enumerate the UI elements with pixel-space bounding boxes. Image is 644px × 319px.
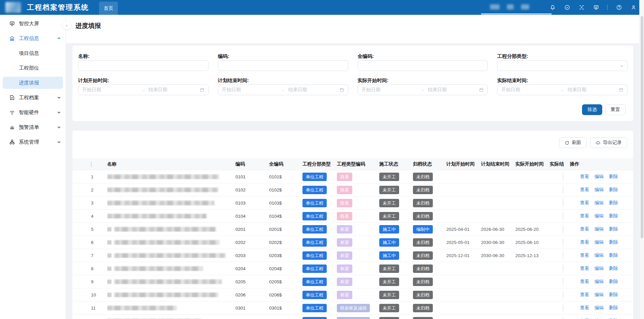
status-badge: 桥梁 — [337, 264, 352, 273]
row-index: 3 — [91, 201, 107, 206]
refresh-button[interactable]: 刷新 — [559, 137, 587, 148]
scrollbar-thumb[interactable] — [641, 16, 643, 238]
row-archive-badge: 未归档 — [413, 317, 446, 319]
status-badge: 单位工程 — [302, 251, 327, 260]
status-badge: 未归档 — [413, 212, 433, 220]
reset-button[interactable]: 重置 — [605, 104, 625, 115]
row-action-delete[interactable]: 删除 — [609, 213, 618, 219]
row-action-view[interactable]: 查看 — [580, 174, 589, 180]
plan-start-daterange[interactable]: 开始日期 → 结束日期 — [78, 84, 208, 95]
sidebar: 智控大屏 工程信息 项目信息 工程部位 进度填报 工程档案 — [0, 15, 66, 319]
bell-icon[interactable] — [549, 4, 556, 11]
row-action-edit[interactable]: 编辑 — [594, 239, 604, 245]
refresh-icon — [565, 140, 570, 145]
name-input[interactable] — [78, 60, 208, 71]
row-action-delete[interactable]: 删除 — [609, 279, 618, 285]
sidebar-subitem-project-info[interactable]: 项目信息 — [0, 46, 66, 61]
row-action-edit[interactable]: 编辑 — [594, 252, 604, 258]
export-button[interactable]: 导出记录 — [590, 137, 627, 148]
actual-start-daterange[interactable]: 开始日期 → 结束日期 — [358, 84, 488, 95]
row-action-view[interactable]: 查看 — [580, 279, 589, 285]
table-row: 8 0204 0204$ 单位工程 桥梁 未开工 未归档 查看编辑删除 — [72, 262, 633, 275]
row-action-view[interactable]: 查看 — [580, 200, 589, 206]
row-action-edit[interactable]: 编辑 — [594, 305, 604, 311]
tab-home[interactable]: 首页 — [99, 2, 118, 15]
row-action-view[interactable]: 查看 — [580, 265, 589, 272]
row-action-delete[interactable]: 删除 — [609, 292, 618, 298]
sidebar-item-project-info[interactable]: 工程信息 — [0, 31, 66, 46]
sidebar-collapse-button[interactable]: ‹ — [62, 21, 71, 30]
row-action-delete[interactable]: 删除 — [609, 305, 618, 311]
select-all-checkbox[interactable] — [91, 161, 92, 167]
row-action-view[interactable]: 查看 — [580, 305, 589, 311]
full-code-input[interactable] — [358, 60, 488, 71]
row-action-edit[interactable]: 编辑 — [594, 174, 604, 180]
code-input[interactable] — [218, 60, 348, 71]
row-archive-badge: 未归档 — [413, 238, 446, 247]
row-action-edit[interactable]: 编辑 — [594, 200, 604, 206]
chevron-down-icon — [620, 63, 624, 69]
vertical-scrollbar[interactable] — [639, 0, 644, 319]
name-label: 名称: — [78, 52, 208, 60]
row-type-badge: 路基 — [337, 186, 379, 194]
calendar-icon — [479, 87, 484, 92]
row-action-delete[interactable]: 删除 — [609, 187, 618, 193]
sidebar-item-archives[interactable]: 工程档案 — [0, 90, 66, 105]
check-circle-icon[interactable] — [564, 4, 570, 11]
status-badge: 施工中 — [379, 251, 399, 260]
plan-end-daterange[interactable]: 开始日期 → 结束日期 — [218, 84, 348, 95]
sidebar-item-smart-screen[interactable]: 智控大屏 — [0, 16, 66, 31]
row-action-view[interactable]: 查看 — [580, 213, 589, 219]
code-label: 编码: — [218, 52, 348, 60]
row-full-code: 0102$ — [269, 187, 302, 192]
task-scan-icon[interactable] — [578, 4, 585, 11]
row-action-edit[interactable]: 编辑 — [594, 292, 604, 298]
row-action-delete[interactable]: 删除 — [609, 239, 618, 245]
filter-field-division-type: 工程分部类型: — [497, 50, 627, 71]
status-badge: 未开工 — [379, 278, 399, 286]
division-type-select[interactable] — [497, 60, 627, 71]
row-action-edit[interactable]: 编辑 — [594, 279, 604, 285]
row-action-view[interactable]: 查看 — [580, 239, 589, 245]
row-action-view[interactable]: 查看 — [580, 252, 589, 258]
sidebar-subitem-engineering-parts[interactable]: 工程部位 — [0, 61, 66, 75]
data-table: 名称 编码 全编码 工程分部类型 工程类型编码 施工状态 归档状态 计划开始时间… — [72, 158, 633, 319]
row-action-edit[interactable]: 编辑 — [594, 265, 604, 272]
help-icon[interactable] — [616, 4, 622, 11]
row-construction-badge: 未开工 — [379, 186, 413, 194]
row-action-delete[interactable]: 删除 — [609, 174, 618, 180]
bank-icon — [9, 35, 15, 42]
division-type-select-input[interactable] — [497, 60, 627, 71]
presentation-board-icon[interactable] — [593, 4, 599, 11]
row-name-redacted — [107, 187, 235, 192]
row-action-edit[interactable]: 编辑 — [594, 226, 604, 232]
row-full-code: 0203$ — [269, 253, 302, 258]
row-action-delete[interactable]: 删除 — [609, 265, 618, 272]
row-action-edit[interactable]: 编辑 — [594, 187, 604, 193]
row-index: 6 — [91, 240, 107, 245]
row-action-delete[interactable]: 删除 — [609, 226, 618, 232]
page-title: 进度填报 — [75, 22, 101, 30]
range-arrow: → — [281, 87, 285, 93]
filter-button[interactable]: 筛选 — [582, 104, 602, 115]
row-type-badge: 路基 — [337, 199, 379, 207]
row-archive-badge: 未归档 — [413, 251, 446, 260]
row-archive-badge: 未归档 — [413, 186, 446, 194]
row-action-delete[interactable]: 删除 — [609, 252, 618, 258]
row-action-view[interactable]: 查看 — [580, 187, 589, 193]
row-action-view[interactable]: 查看 — [580, 226, 589, 232]
row-code: 0103 — [235, 201, 269, 206]
row-action-view[interactable]: 查看 — [580, 292, 589, 298]
sidebar-subitem-progress-report[interactable]: 进度填报 — [0, 75, 66, 90]
user-icon[interactable] — [630, 4, 637, 11]
row-action-edit[interactable]: 编辑 — [594, 213, 604, 219]
sidebar-item-system-management[interactable]: 系统管理 — [0, 135, 66, 149]
row-plan-start: 2025-12-01 — [446, 253, 481, 258]
col-construction-status: 施工状态 — [379, 161, 413, 167]
row-index: 11 — [91, 306, 107, 311]
row-action-delete[interactable]: 删除 — [609, 200, 618, 206]
sidebar-item-smart-hardware[interactable]: 智能硬件 — [0, 105, 66, 120]
actual-end-daterange[interactable]: 开始日期 → 结束日期 — [497, 84, 627, 95]
row-division-badge: 单位工程 — [302, 186, 337, 194]
sidebar-item-warning-list[interactable]: 预警清单 — [0, 120, 66, 135]
